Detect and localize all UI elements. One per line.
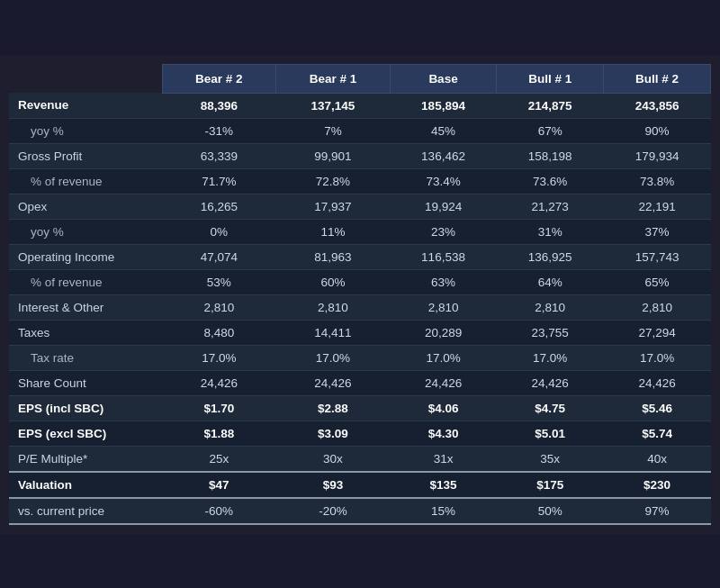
- row-label: yoy %: [9, 118, 162, 143]
- table-row: Tax rate17.0%17.0%17.0%17.0%17.0%: [9, 345, 711, 370]
- table-row: vs. current price-60%-20%15%50%97%: [9, 498, 711, 524]
- row-value: 53%: [162, 269, 276, 294]
- row-value: 60%: [276, 269, 391, 294]
- row-value: 63,339: [162, 143, 276, 168]
- row-value: $1.70: [162, 395, 276, 421]
- row-value: $135: [390, 472, 496, 498]
- row-value: 35x: [497, 446, 604, 472]
- row-value: 73.8%: [604, 168, 711, 194]
- row-value: $5.01: [497, 421, 604, 446]
- row-value: $47: [162, 472, 276, 498]
- row-value: 2,810: [162, 294, 276, 320]
- row-value: 14,411: [276, 320, 391, 345]
- row-value: -31%: [162, 118, 276, 143]
- row-value: 99,901: [276, 143, 391, 168]
- row-label: Share Count: [9, 370, 162, 395]
- row-value: 2,810: [276, 294, 391, 320]
- row-value: 71.7%: [162, 168, 276, 194]
- row-value: 0%: [162, 219, 276, 244]
- row-value: 137,145: [276, 93, 391, 118]
- table-body: Revenue88,396137,145185,894214,875243,85…: [9, 93, 711, 524]
- table-row: Valuation$47$93$135$175$230: [9, 472, 711, 498]
- table-row: Interest & Other2,8102,8102,8102,8102,81…: [9, 294, 711, 320]
- header-bull2: Bull # 2: [604, 64, 711, 93]
- row-value: $175: [497, 472, 604, 498]
- row-value: 21,273: [497, 194, 604, 219]
- row-value: 158,198: [497, 143, 604, 168]
- table-row: % of revenue53%60%63%64%65%: [9, 269, 711, 294]
- row-value: 45%: [390, 118, 496, 143]
- row-value: 23,755: [497, 320, 604, 345]
- row-label: Gross Profit: [9, 143, 162, 168]
- table-row: EPS (incl SBC)$1.70$2.88$4.06$4.75$5.46: [9, 395, 711, 421]
- row-label: vs. current price: [9, 498, 162, 524]
- row-value: $5.74: [604, 421, 711, 446]
- row-value: 136,925: [497, 244, 604, 269]
- row-value: 24,426: [497, 370, 604, 395]
- row-value: $93: [276, 472, 391, 498]
- row-value: 243,856: [604, 93, 711, 118]
- row-value: -60%: [162, 498, 276, 524]
- row-value: 30x: [276, 446, 391, 472]
- row-value: 31%: [497, 219, 604, 244]
- row-value: 97%: [604, 498, 711, 524]
- row-value: 136,462: [390, 143, 496, 168]
- row-value: 20,289: [390, 320, 496, 345]
- financial-table: Bear # 2 Bear # 1 Base Bull # 1 Bull # 2…: [9, 64, 711, 525]
- row-value: 50%: [497, 498, 604, 524]
- header-bear2: Bear # 2: [162, 64, 276, 93]
- row-value: 2,810: [497, 294, 604, 320]
- row-label: yoy %: [9, 219, 162, 244]
- row-value: $4.30: [390, 421, 496, 446]
- row-label: EPS (excl SBC): [9, 421, 162, 446]
- row-value: 24,426: [276, 370, 391, 395]
- table-row: Gross Profit63,33999,901136,462158,19817…: [9, 143, 711, 168]
- row-label: Valuation: [9, 472, 162, 498]
- table-row: yoy %-31%7%45%67%90%: [9, 118, 711, 143]
- table-row: P/E Multiple*25x30x31x35x40x: [9, 446, 711, 472]
- row-value: 24,426: [162, 370, 276, 395]
- row-value: 8,480: [162, 320, 276, 345]
- row-label: Interest & Other: [9, 294, 162, 320]
- row-value: 17.0%: [497, 345, 604, 370]
- header-bull1: Bull # 1: [497, 64, 604, 93]
- row-value: 73.6%: [497, 168, 604, 194]
- row-value: 185,894: [390, 93, 496, 118]
- header-label-col: [9, 64, 162, 93]
- row-value: 7%: [276, 118, 391, 143]
- row-label: Opex: [9, 194, 162, 219]
- row-label: % of revenue: [9, 269, 162, 294]
- row-value: 63%: [390, 269, 496, 294]
- row-value: $4.75: [497, 395, 604, 421]
- header-row: Bear # 2 Bear # 1 Base Bull # 1 Bull # 2: [9, 64, 711, 93]
- row-label: Taxes: [9, 320, 162, 345]
- row-value: 2,810: [390, 294, 496, 320]
- row-value: 214,875: [497, 93, 604, 118]
- row-value: $230: [604, 472, 711, 498]
- row-value: 17.0%: [162, 345, 276, 370]
- row-value: $3.09: [276, 421, 391, 446]
- row-value: 11%: [276, 219, 391, 244]
- row-label: Revenue: [9, 93, 162, 118]
- row-value: 67%: [497, 118, 604, 143]
- row-value: 23%: [390, 219, 496, 244]
- row-value: 17.0%: [276, 345, 391, 370]
- row-value: -20%: [276, 498, 391, 524]
- row-value: 17.0%: [604, 345, 711, 370]
- row-value: 73.4%: [390, 168, 496, 194]
- row-value: $5.46: [604, 395, 711, 421]
- row-label: Operating Income: [9, 244, 162, 269]
- row-value: 157,743: [604, 244, 711, 269]
- table-row: Operating Income47,07481,963116,538136,9…: [9, 244, 711, 269]
- row-label: % of revenue: [9, 168, 162, 194]
- row-value: 2,810: [604, 294, 711, 320]
- row-value: 37%: [604, 219, 711, 244]
- table-row: EPS (excl SBC)$1.88$3.09$4.30$5.01$5.74: [9, 421, 711, 446]
- row-label: P/E Multiple*: [9, 446, 162, 472]
- row-value: 27,294: [604, 320, 711, 345]
- row-value: 24,426: [390, 370, 496, 395]
- row-value: 31x: [390, 446, 496, 472]
- row-value: 22,191: [604, 194, 711, 219]
- row-value: 19,924: [390, 194, 496, 219]
- row-value: 88,396: [162, 93, 276, 118]
